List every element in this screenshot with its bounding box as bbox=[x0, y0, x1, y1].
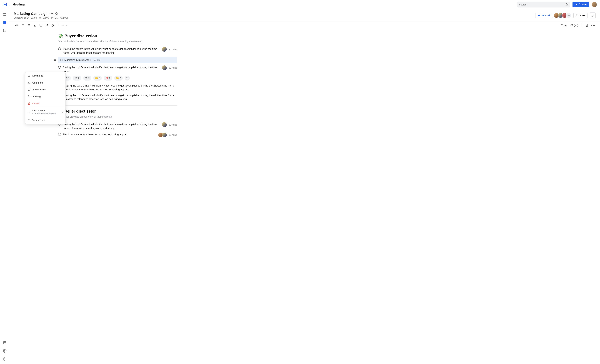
editor-toolbar: Add: (6) bbox=[9, 22, 600, 29]
ctx-add-tag[interactable]: Add tag bbox=[25, 93, 66, 100]
more-participants-badge[interactable]: +4 bbox=[566, 13, 571, 18]
ctx-comment[interactable]: Comment bbox=[25, 79, 66, 86]
emoji-reaction-pill[interactable]: 💯 2 bbox=[104, 76, 112, 81]
search-input[interactable] bbox=[519, 3, 565, 6]
search-icon bbox=[565, 3, 568, 6]
poll-tool-icon[interactable] bbox=[39, 24, 42, 27]
ctx-view-details[interactable]: View details bbox=[25, 117, 66, 124]
ctx-delete[interactable]: Delete bbox=[25, 100, 66, 107]
smile-plus-icon bbox=[28, 88, 30, 91]
decision-tool-icon[interactable] bbox=[45, 24, 48, 27]
help-icon[interactable] bbox=[3, 357, 7, 361]
assignee-avatar[interactable] bbox=[162, 47, 167, 52]
comment-icon bbox=[75, 77, 77, 79]
agenda-item[interactable]: Stating the topic's intent will clarify … bbox=[58, 121, 177, 131]
ctx-download[interactable]: Download bbox=[25, 72, 66, 79]
calendar-icon[interactable] bbox=[3, 20, 7, 24]
settings-icon[interactable] bbox=[3, 349, 7, 353]
tasks-count-badge[interactable]: (6) bbox=[561, 24, 567, 27]
emoji-reaction-pill[interactable]: 🤗 2 bbox=[93, 76, 102, 81]
join-call-button[interactable]: Join call bbox=[535, 13, 553, 18]
smile-plus-icon bbox=[126, 77, 129, 80]
create-button[interactable]: Create bbox=[572, 2, 589, 7]
section-heading-buyer: 💸 Buyer discussion bbox=[58, 34, 177, 38]
bullet-item[interactable]: Stating the topic's intent will clarify … bbox=[58, 83, 177, 92]
section-title-text: Buyer discussion bbox=[65, 34, 97, 38]
svg-point-17 bbox=[28, 96, 29, 96]
briefcase-icon[interactable] bbox=[3, 12, 7, 16]
invite-label: Invite bbox=[580, 14, 585, 17]
video-file-icon bbox=[60, 59, 63, 61]
assignee-avatar[interactable] bbox=[162, 133, 167, 137]
plus-icon bbox=[575, 3, 578, 6]
current-user-avatar[interactable] bbox=[591, 2, 597, 7]
search-input-container[interactable] bbox=[517, 1, 570, 8]
participants-avatars[interactable]: +4 bbox=[555, 13, 571, 18]
ctx-label: Comment bbox=[32, 81, 43, 84]
comments-pill[interactable]: 2 bbox=[73, 76, 81, 81]
summary-icon[interactable] bbox=[585, 24, 588, 27]
tasks-icon[interactable] bbox=[3, 28, 7, 32]
reactions-bar: 2 2 2 🤗 2 bbox=[63, 76, 177, 81]
plus-icon[interactable] bbox=[51, 59, 53, 61]
emoji-reaction-pill[interactable]: 🤔 2 bbox=[114, 76, 123, 81]
more-menu-icon[interactable]: ••• bbox=[591, 23, 596, 27]
ctx-link-item[interactable]: Link to item Link related items together… bbox=[25, 107, 66, 117]
block-hover-controls[interactable] bbox=[51, 59, 56, 61]
ctx-label: Link to item bbox=[32, 109, 56, 112]
section-divider bbox=[58, 105, 177, 106]
page-title: Meetings bbox=[12, 3, 25, 6]
svg-point-8 bbox=[577, 15, 578, 16]
svg-point-0 bbox=[566, 3, 568, 5]
agenda-text: Stating the topic's intent will clarify … bbox=[63, 122, 160, 130]
star-icon[interactable] bbox=[55, 12, 58, 15]
assignee-avatar[interactable] bbox=[162, 65, 167, 70]
trash-icon bbox=[28, 102, 30, 105]
tasks-count: (6) bbox=[564, 24, 567, 27]
store-icon[interactable] bbox=[3, 341, 7, 345]
svg-point-14 bbox=[86, 77, 86, 78]
chat-button[interactable] bbox=[590, 12, 596, 18]
attachment-tool-icon[interactable] bbox=[51, 24, 54, 27]
ctx-add-reaction[interactable]: Add reaction bbox=[25, 86, 66, 93]
ctx-sublabel: Link related items together bbox=[32, 112, 56, 115]
agenda-checkbox[interactable] bbox=[58, 47, 61, 50]
agenda-item[interactable]: This keeps attendees laser-focused on ac… bbox=[58, 131, 177, 138]
checkbox-tool-icon[interactable] bbox=[33, 24, 37, 27]
agenda-item[interactable]: Stating the topic's intent will clarify … bbox=[58, 64, 177, 74]
info-icon bbox=[28, 119, 30, 122]
meeting-more-icon[interactable]: ••• bbox=[49, 12, 53, 16]
more-tools-button[interactable] bbox=[61, 24, 68, 27]
pill-count: 2 bbox=[120, 77, 121, 79]
attachments-count-badge[interactable]: (10) bbox=[570, 24, 578, 27]
section-title-text: Seller discussion bbox=[65, 109, 97, 114]
agenda-item[interactable]: Stating the topic's intent will clarify … bbox=[58, 46, 177, 56]
context-menu: Download Comment Add reaction Add tag bbox=[25, 72, 66, 124]
add-reaction-button[interactable] bbox=[125, 76, 130, 81]
paperclip-icon bbox=[570, 24, 573, 27]
bullet-text: Stating the topic's intent will clarify … bbox=[64, 84, 177, 91]
agenda-text: Stating the topic's intent will clarify … bbox=[63, 47, 160, 55]
agenda-duration: 30 mins bbox=[169, 66, 177, 69]
pill-count: 2 bbox=[78, 77, 79, 79]
assignee-avatar[interactable] bbox=[162, 122, 167, 127]
text-tool-icon[interactable] bbox=[21, 24, 25, 27]
drag-handle-icon[interactable] bbox=[54, 59, 56, 61]
list-tool-icon[interactable] bbox=[27, 24, 30, 27]
svg-point-15 bbox=[126, 77, 128, 79]
ctx-label: View details bbox=[32, 119, 45, 122]
svg-point-16 bbox=[28, 89, 30, 91]
attachment-row[interactable]: Marketing Strategy.mp4 755.4 KB bbox=[58, 57, 177, 63]
svg-rect-11 bbox=[561, 24, 563, 26]
pill-count: 2 bbox=[109, 77, 111, 79]
chevron-right-icon: › bbox=[62, 110, 63, 113]
agenda-checkbox[interactable] bbox=[58, 66, 61, 69]
invite-button[interactable]: Invite bbox=[573, 13, 588, 18]
bullet-text: Stating the topic's intent will clarify … bbox=[64, 93, 177, 101]
tags-pill[interactable]: 2 bbox=[83, 76, 92, 81]
bullet-item[interactable]: Stating the topic's intent will clarify … bbox=[58, 92, 177, 102]
section-subtitle: Start with a brief introduction and roun… bbox=[58, 40, 177, 43]
agenda-checkbox[interactable] bbox=[58, 133, 61, 136]
svg-rect-5 bbox=[3, 29, 6, 32]
topbar: › Meetings Create bbox=[0, 0, 600, 9]
